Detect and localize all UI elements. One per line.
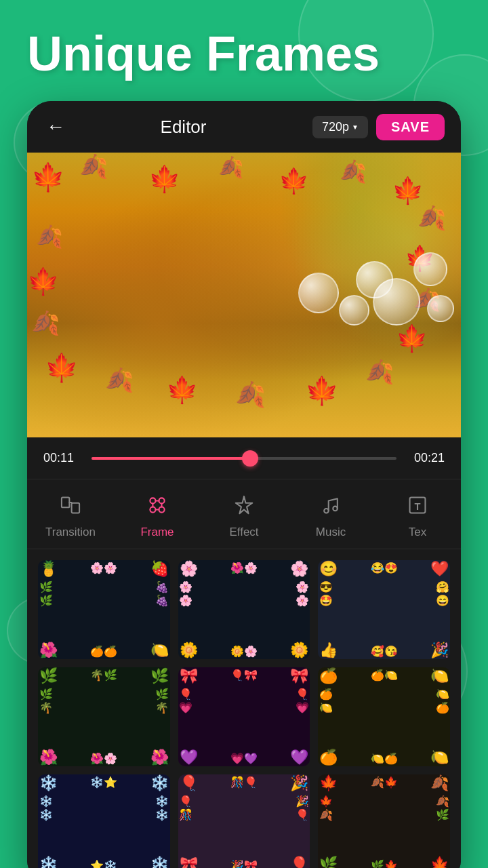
frame-corner-br: 💜 bbox=[290, 750, 308, 765]
frame-corner-br: 🍋 bbox=[150, 643, 169, 658]
bubble-2 bbox=[339, 295, 369, 326]
frame-right: 🌸🌸 bbox=[296, 580, 308, 639]
frame-top: 🌴🌿 bbox=[58, 669, 150, 682]
frame-item-8[interactable]: 🎈 🎉 🎀 🎈 🎊🎈 🎉🎀 🎈🎊 🎉🎈 bbox=[178, 774, 310, 868]
frame-right: 🌿🌴 bbox=[156, 688, 169, 746]
frame-corner-bl: ❄️ bbox=[39, 857, 58, 868]
save-button[interactable]: SAVE bbox=[376, 114, 445, 140]
frame-corner-br: 🌺 bbox=[150, 750, 169, 765]
frame-right: 🤗😄 bbox=[436, 580, 449, 639]
tab-effect[interactable]: Effect bbox=[201, 479, 287, 549]
frame-corner-br: 🎈 bbox=[290, 857, 308, 868]
frame-corner-bl: 👍 bbox=[319, 643, 338, 658]
frame-icon bbox=[142, 490, 172, 520]
frame-preview-8: 🎈 🎉 🎀 🎈 🎊🎈 🎉🎀 🎈🎊 🎉🎈 bbox=[178, 774, 310, 868]
frame-left: 🌿🌴 bbox=[39, 688, 52, 746]
frame-corner-tr: 🎀 bbox=[290, 669, 308, 684]
frame-right: 🎉🎈 bbox=[296, 795, 308, 853]
music-icon bbox=[316, 490, 346, 520]
frame-left: 🎈💗 bbox=[180, 688, 192, 746]
frame-left: ❄️❄️ bbox=[39, 795, 52, 853]
frame-preview-2: 🌸 🌸 🌼 🌼 🌺🌸 🌼🌸 🌸🌸 🌸🌸 bbox=[178, 560, 310, 659]
frame-corner-tr: ❤️ bbox=[430, 561, 449, 576]
scrubber-thumb[interactable] bbox=[242, 450, 258, 467]
frame-corner-tr: 🌸 bbox=[290, 561, 308, 576]
frame-preview-4: 🌿 🌿 🌺 🌺 🌴🌿 🌺🌸 🌿🌴 🌿🌴 bbox=[38, 667, 170, 766]
frame-item-1[interactable]: 🍍 🍓 🌺 🍋 🌸🌸 🍊🍊 🌿🌿 🍇🍇 bbox=[38, 560, 170, 659]
frame-bottom: 💗💜 bbox=[199, 752, 290, 765]
frame-preview-7: ❄️ ❄️ ❄️ ❄️ ❄️⭐ ⭐❄️ ❄️❄️ ❄️❄️ bbox=[38, 774, 170, 868]
bubble-5 bbox=[413, 252, 447, 286]
frame-corner-tr: 🍋 bbox=[430, 669, 449, 684]
frame-corner-tl: 🌸 bbox=[180, 561, 198, 576]
tab-effect-label: Effect bbox=[229, 526, 258, 539]
editor-topbar: ← Editor 720p SAVE bbox=[27, 101, 461, 153]
frame-corner-br: ❄️ bbox=[150, 857, 169, 868]
svg-text:T: T bbox=[415, 501, 421, 512]
bubble-4 bbox=[373, 278, 420, 326]
frame-item-9[interactable]: 🍁 🍂 🌿 🍁 🍂🍁 🌿🍁 🍁🍂 🍂🌿 bbox=[318, 774, 450, 868]
svg-point-2 bbox=[150, 498, 155, 504]
frame-corner-br: 🍁 bbox=[430, 857, 449, 868]
frame-corner-tl: 🎀 bbox=[180, 669, 198, 684]
svg-point-3 bbox=[159, 498, 164, 504]
timeline-bar: 00:11 00:21 bbox=[27, 437, 461, 479]
phone-mockup: ← Editor 720p SAVE 🍁 🍂 🍁 🍂 🍁 🍂 🍁 🍂 🍁 🍂 🍁… bbox=[27, 101, 461, 868]
svg-rect-0 bbox=[62, 498, 69, 508]
frame-corner-tl: 😊 bbox=[319, 561, 338, 576]
bubble-6 bbox=[427, 295, 454, 322]
frame-bottom: 🌼🌸 bbox=[199, 645, 290, 658]
svg-rect-1 bbox=[72, 503, 79, 513]
svg-point-11 bbox=[333, 507, 338, 511]
frame-top: 🎊🎈 bbox=[199, 776, 290, 789]
effect-icon bbox=[229, 490, 259, 520]
frame-corner-bl: 💜 bbox=[180, 750, 198, 765]
frame-bottom: 🌿🍁 bbox=[338, 859, 430, 868]
frame-top: 🍂🍁 bbox=[338, 776, 430, 789]
frame-bottom: 🎉🎀 bbox=[199, 859, 290, 868]
frame-top: 🌸🌸 bbox=[58, 561, 150, 574]
frame-item-2[interactable]: 🌸 🌸 🌼 🌼 🌺🌸 🌼🌸 🌸🌸 🌸🌸 bbox=[178, 560, 310, 659]
frame-corner-br: 🎉 bbox=[430, 643, 449, 658]
tab-frame[interactable]: Frame bbox=[114, 479, 201, 549]
frame-corner-tr: 🌿 bbox=[150, 669, 169, 684]
scrubber-track[interactable] bbox=[92, 457, 396, 460]
tab-music-label: Music bbox=[316, 526, 346, 539]
video-preview: 🍁 🍂 🍁 🍂 🍁 🍂 🍁 🍂 🍁 🍂 🍁 🍂 🍁 🍂 🍁 🍂 🍁 🍂 🍁 🍂 bbox=[27, 153, 461, 437]
frame-item-4[interactable]: 🌿 🌿 🌺 🌺 🌴🌿 🌺🌸 🌿🌴 🌿🌴 bbox=[38, 667, 170, 766]
total-time: 00:21 bbox=[407, 451, 445, 465]
frame-corner-bl: 🌼 bbox=[180, 643, 198, 658]
tab-frame-label: Frame bbox=[140, 526, 174, 539]
frame-corner-tl: ❄️ bbox=[39, 776, 58, 791]
frame-corner-tl: 🎈 bbox=[180, 776, 198, 791]
transition-icon bbox=[56, 490, 85, 520]
scrubber-fill bbox=[92, 457, 250, 460]
app-title: Unique Frames bbox=[27, 27, 461, 81]
frame-top: 😂😍 bbox=[338, 561, 430, 574]
quality-selector[interactable]: 720p bbox=[312, 116, 368, 138]
tab-music[interactable]: Music bbox=[287, 479, 374, 549]
frame-preview-9: 🍁 🍂 🌿 🍁 🍂🍁 🌿🍁 🍁🍂 🍂🌿 bbox=[318, 774, 450, 868]
frame-corner-tr: 🍂 bbox=[430, 776, 449, 791]
frame-corner-bl: 🌿 bbox=[319, 857, 338, 868]
svg-point-10 bbox=[324, 509, 329, 513]
app-header: Unique Frames bbox=[0, 0, 488, 94]
tab-text[interactable]: T Tex bbox=[374, 479, 461, 549]
frame-item-5[interactable]: 🎀 🎀 💜 💜 🎈🎀 💗💜 🎈💗 🎈💗 bbox=[178, 667, 310, 766]
frame-item-3[interactable]: 😊 ❤️ 👍 🎉 😂😍 🥰😘 😎🤩 🤗😄 bbox=[318, 560, 450, 659]
frame-corner-bl: 🌺 bbox=[39, 643, 58, 658]
frame-corner-tr: 🍓 bbox=[150, 561, 169, 576]
frame-bottom: 🌺🌸 bbox=[58, 752, 150, 765]
frame-top: 🌺🌸 bbox=[199, 561, 290, 574]
frame-item-6[interactable]: 🍊 🍋 🍊 🍋 🍊🍋 🍋🍊 🍊🍋 🍋🍊 bbox=[318, 667, 450, 766]
frames-grid: 🍍 🍓 🌺 🍋 🌸🌸 🍊🍊 🌿🌿 🍇🍇 🌸 🌸 🌼 🌼 🌺🌸 🌼🌸 🌸🌸 bbox=[27, 549, 461, 868]
frame-top: ❄️⭐ bbox=[58, 776, 150, 789]
text-icon: T bbox=[403, 490, 432, 520]
frame-right: 🍂🌿 bbox=[436, 795, 449, 853]
frame-corner-bl: 🍊 bbox=[319, 750, 338, 765]
tab-transition[interactable]: Transition bbox=[27, 479, 114, 549]
frame-corner-bl: 🎀 bbox=[180, 857, 198, 868]
frame-item-7[interactable]: ❄️ ❄️ ❄️ ❄️ ❄️⭐ ⭐❄️ ❄️❄️ ❄️❄️ bbox=[38, 774, 170, 868]
frame-bottom: 🍊🍊 bbox=[58, 645, 150, 658]
frame-preview-1: 🍍 🍓 🌺 🍋 🌸🌸 🍊🍊 🌿🌿 🍇🍇 bbox=[38, 560, 170, 659]
